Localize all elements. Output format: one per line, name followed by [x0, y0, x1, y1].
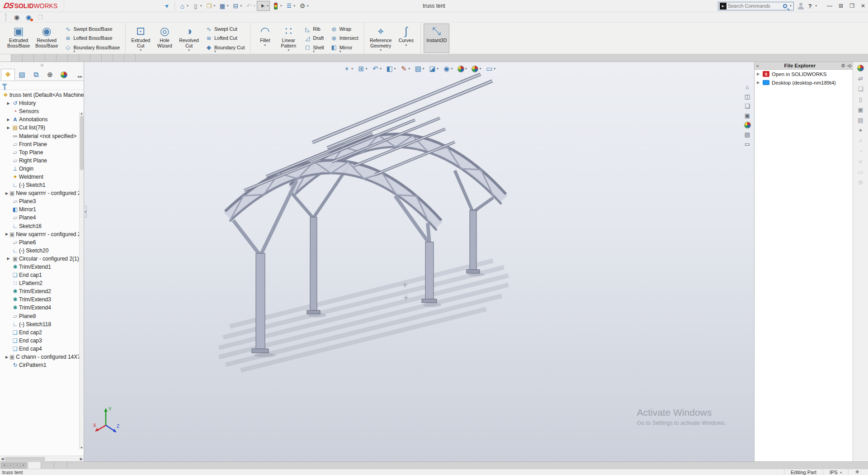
caret-down-icon[interactable]: ▾ [451, 67, 453, 71]
feature-tree-item[interactable]: ▶ End cap4 [1, 345, 84, 353]
caret-down-icon[interactable]: ▾ [480, 67, 481, 71]
ribbon-button-small[interactable]: Shell [302, 43, 326, 52]
menu-item[interactable] [139, 5, 149, 7]
view-toolbar-button[interactable] [743, 111, 752, 120]
view-tool-button[interactable]: ▾ [398, 64, 411, 74]
next-tab-button[interactable]: › [14, 463, 20, 468]
truss-tent-model[interactable] [84, 62, 754, 461]
feature-tree-item[interactable]: ▶ Sketch16 [1, 222, 84, 230]
graphics-viewport[interactable]: ▾ ▾ ▾ ▾ ▾ ▾ ▾ [84, 62, 754, 461]
help-caret-icon[interactable]: ▾ [816, 4, 817, 8]
view-toolbar-button[interactable] [743, 140, 752, 148]
feature-tree-item[interactable]: ▶ (-) Sketch1 [1, 181, 84, 189]
feature-tree-item[interactable]: ▶ (-) Sketch20 [1, 247, 84, 255]
task-strip-button[interactable] [856, 178, 866, 186]
command-tab[interactable] [45, 54, 57, 62]
command-tab[interactable] [57, 54, 68, 62]
caret-down-icon[interactable]: ▾ [366, 67, 368, 71]
caret-down-icon[interactable]: ▾ [494, 67, 495, 71]
feature-tree-item[interactable]: ▶ Trim/Extend3 [1, 295, 84, 304]
expand-arrow-icon[interactable]: ▶ [5, 101, 11, 105]
feature-tree-item[interactable]: ▶ Right Plane [1, 157, 84, 165]
menu-item[interactable] [104, 5, 114, 7]
command-tab[interactable] [90, 54, 102, 62]
feature-tree-item[interactable]: ▶ Annotations [1, 115, 84, 124]
quick-access-button[interactable]: ▾ [297, 1, 310, 11]
ribbon-button-small[interactable]: Boundary Boss/Base [62, 43, 122, 52]
menu-item[interactable] [116, 5, 126, 7]
ribbon-button[interactable]: Extruded Cut ▾ [128, 24, 153, 53]
caret-down-icon[interactable]: ▾ [187, 4, 189, 8]
ribbon-button-small[interactable]: Swept Boss/Base [62, 24, 122, 33]
feature-tree-item[interactable]: ▶ Material <not specified> [1, 132, 84, 140]
feature-tree-item[interactable]: ▶ C chann - configured 14X7(1) [1, 353, 84, 361]
feature-tree-item[interactable]: ▶ History [1, 99, 84, 107]
file-explorer-item[interactable]: ▶ Open in SOLIDWORKS [755, 70, 853, 78]
ribbon-button-small[interactable]: Mirror [329, 43, 360, 52]
feature-tree-item[interactable]: ▶ Trim/Extend1 [1, 263, 84, 271]
menu-item[interactable] [92, 5, 102, 7]
task-strip-button[interactable] [856, 147, 866, 155]
view-tool-button[interactable]: ▾ [356, 64, 369, 74]
quick-access-button[interactable]: ▾ [217, 1, 230, 11]
tree-horizontal-scrollbar[interactable]: ◀ ▶ [0, 456, 84, 461]
feature-tree-item[interactable]: ▶ Top Plane [1, 148, 84, 157]
pin-icon[interactable]: ➤ [163, 2, 171, 10]
menu-item[interactable] [151, 5, 161, 7]
ribbon-button-small[interactable]: Lofted Boss/Base [62, 33, 122, 43]
view-tool-button[interactable]: ▾ [384, 64, 397, 74]
prev-tab-button[interactable]: ‹ [8, 463, 14, 468]
view-toolbar-button[interactable] [743, 92, 752, 101]
view-tool-button[interactable]: ▾ [341, 64, 354, 74]
tree-vertical-scrollbar[interactable]: ▲ ▼ [79, 112, 84, 449]
ribbon-button-small[interactable]: Draft [302, 33, 326, 43]
feature-tree-item[interactable]: ▶ Mirror1 [1, 205, 84, 214]
quick-access-button[interactable]: ▾ [190, 1, 203, 11]
command-tab[interactable] [102, 54, 113, 62]
scrollbar-thumb[interactable] [80, 116, 84, 170]
command-tab[interactable] [79, 54, 90, 62]
feature-tree-item[interactable]: ▶ End cap3 [1, 337, 84, 345]
toolbar-button[interactable] [35, 13, 45, 22]
feature-tree-item[interactable]: ▶ New sqarrrrr - configured 25X2 [1, 189, 84, 197]
ribbon-button[interactable]: Curves ▾ [394, 24, 418, 53]
scrollbar-thumb[interactable] [5, 457, 45, 461]
menu-item[interactable] [127, 5, 137, 7]
command-tab[interactable] [113, 54, 124, 62]
task-strip-button[interactable] [856, 137, 866, 145]
feature-tree-item[interactable]: ▶ Circular - configured 2(1) [1, 255, 84, 263]
document-tab[interactable] [54, 462, 67, 469]
expand-arrow-icon[interactable]: ▶ [756, 72, 760, 76]
caret-down-icon[interactable]: ▾ [307, 4, 309, 8]
ribbon-button[interactable]: Instant3D ▾ [424, 24, 449, 53]
view-tool-button[interactable]: ▾ [484, 64, 497, 74]
ribbon-button[interactable]: Revolved Cut ▾ [176, 24, 202, 53]
task-strip-button[interactable] [856, 85, 866, 93]
ribbon-button-small[interactable]: Intersect [329, 33, 360, 43]
toolbar-button[interactable] [24, 13, 33, 22]
ribbon-button-small[interactable]: Swept Cut [203, 24, 246, 33]
task-strip-button[interactable] [856, 116, 866, 124]
ribbon-button-small[interactable]: Wrap [329, 24, 360, 33]
scroll-up-arrow[interactable]: ▲ [80, 112, 83, 115]
ribbon-button[interactable]: Hole Wizard ▾ [153, 24, 176, 53]
ribbon-button-small[interactable]: Rib [302, 24, 326, 33]
feature-tree-item[interactable]: ▶ CirPattern1 [1, 361, 84, 369]
command-tab[interactable] [34, 54, 45, 62]
quick-access-button[interactable]: ▾ [270, 1, 283, 11]
feature-tree-item[interactable]: ▶ Plane6 [1, 238, 84, 247]
ribbon-button[interactable]: Revolved Boss/Base ▾ [33, 24, 61, 53]
close-button[interactable]: ✕ [861, 3, 865, 9]
menu-item[interactable] [69, 5, 79, 7]
menu-item[interactable] [80, 5, 90, 7]
caret-down-icon[interactable]: ▾ [465, 67, 467, 71]
caret-down-icon[interactable]: ▾ [380, 67, 382, 71]
scroll-right-arrow[interactable]: ▶ [80, 457, 83, 461]
caret-down-icon[interactable]: ▾ [227, 4, 229, 8]
caret-down-icon[interactable]: ▾ [423, 67, 425, 71]
task-strip-button[interactable] [856, 95, 866, 103]
feature-manager-tab[interactable] [29, 69, 43, 81]
task-strip-button[interactable] [856, 168, 866, 176]
caret-down-icon[interactable]: ▾ [351, 67, 353, 71]
view-toolbar-button[interactable] [743, 130, 752, 139]
